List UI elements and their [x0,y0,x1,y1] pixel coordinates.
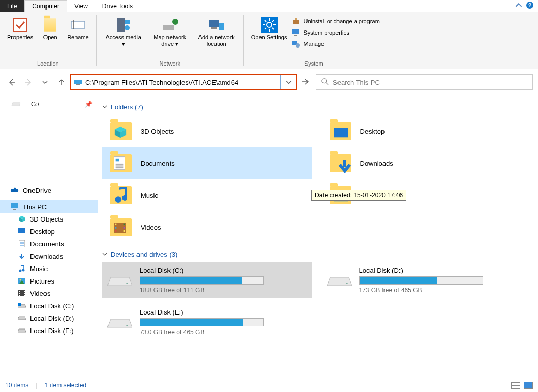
sidebar-thispc[interactable]: This PC [0,200,98,213]
search-input[interactable] [333,79,527,86]
chevron-down-icon: ▾ [122,41,125,47]
access-media-button[interactable]: Access media ▾ [101,14,146,60]
rename-icon [70,17,86,33]
open-button[interactable]: Open [37,14,63,60]
folder-item[interactable]: Documents [102,147,312,179]
tab-file[interactable]: File [0,0,24,12]
sidebar-item[interactable]: Documents [0,238,98,250]
svg-rect-2 [13,18,27,32]
sidebar-item[interactable]: Pictures [0,275,98,287]
uninstall-program-button[interactable]: Uninstall or change a program [291,17,379,26]
tree-label: Downloads [30,253,63,260]
svg-rect-35 [11,203,18,208]
drive-item[interactable]: Local Disk (C:) 18.8 GB free of 111 GB [102,262,312,298]
details-view-button[interactable] [511,382,520,389]
pin-icon: 📌 [85,101,93,108]
svg-rect-58 [18,303,21,306]
quick-access-drive[interactable]: G:\ 📌 [0,97,98,112]
system-properties-button[interactable]: System properties [291,28,379,37]
folder-item[interactable]: Music [102,179,312,211]
status-item-count: 10 items [5,382,28,389]
sidebar-item[interactable]: Desktop [0,225,98,238]
checkmark-icon [12,17,28,33]
nav-back-button[interactable] [7,77,17,87]
manage-button[interactable]: Manage [291,39,379,49]
svg-rect-11 [211,27,217,29]
drive-usage-bar [140,276,264,285]
map-network-drive-button[interactable]: Map network drive ▾ [147,14,193,60]
svg-rect-53 [19,295,20,296]
nav-recent-dropdown[interactable] [40,77,50,87]
cloud-icon [10,186,19,194]
svg-point-71 [122,195,127,201]
folder-item[interactable]: Videos [102,211,312,243]
sidebar-item[interactable]: Videos [0,287,98,300]
svg-rect-66 [116,159,119,162]
sidebar-item[interactable]: 3D Objects [0,213,98,225]
ribbon-collapse-icon[interactable] [515,2,522,10]
tree-label: Local Disk (D:) [30,315,74,322]
open-settings-button[interactable]: Open Settings [248,14,290,60]
tree-icon [18,289,26,297]
ribbon: Properties Open Rename Location Access m… [0,12,538,69]
address-bar[interactable] [70,74,297,90]
folder-label: Music [141,192,158,199]
chevron-down-icon [102,250,107,258]
svg-rect-24 [295,18,297,20]
tree-icon [18,326,26,335]
sidebar-item[interactable]: Downloads [0,250,98,262]
folder-item[interactable]: Downloads [322,147,531,179]
ribbon-group-location: Properties Open Rename Location [0,12,96,69]
tab-view[interactable]: View [67,0,95,12]
drives-section-header[interactable]: Devices and drives (3) [102,250,531,258]
drive-item[interactable]: Local Disk (D:) 173 GB free of 465 GB [322,262,531,298]
svg-rect-32 [76,84,80,85]
chevron-down-icon [102,103,107,111]
folder-label: Desktop [360,128,385,135]
folder-label: Videos [141,224,161,231]
svg-rect-64 [334,128,348,138]
nav-forward-button[interactable] [24,77,33,87]
network-location-icon [208,17,225,33]
svg-rect-6 [125,20,130,24]
tiles-view-button[interactable] [524,382,533,389]
folders-section-header[interactable]: Folders (7) [102,103,531,111]
navigation-pane: G:\ 📌 OneDrive This PC 3D ObjectsDesktop… [0,95,98,378]
tree-label: Videos [30,290,51,297]
drive-item[interactable]: Local Disk (E:) 73.0 GB free of 465 GB [102,304,312,340]
tree-icon [18,302,26,310]
sidebar-item[interactable]: Local Disk (C:) [0,300,98,312]
tree-label: Desktop [30,228,55,236]
tab-computer[interactable]: Computer [24,0,67,12]
nav-up-button[interactable] [57,77,66,87]
address-dropdown-button[interactable] [280,75,297,89]
properties-button[interactable]: Properties [4,14,36,60]
folder-item[interactable]: Desktop [322,115,531,147]
add-network-location-button[interactable]: Add a network location [194,14,239,60]
sidebar-onedrive[interactable]: OneDrive [0,184,98,196]
svg-rect-78 [115,230,116,232]
sidebar-item[interactable]: Local Disk (E:) [0,324,98,337]
tree-icon [18,215,26,223]
address-input[interactable] [85,75,280,89]
hdd-icon [327,270,352,291]
monitor-icon [291,28,300,37]
help-icon[interactable]: ? [526,1,534,11]
svg-rect-81 [124,230,125,232]
tooltip: Date created: 15-01-2020 17:46 [311,190,406,201]
search-box[interactable] [316,74,533,90]
svg-rect-10 [209,20,219,27]
svg-line-34 [326,82,328,84]
status-bar: 10 items | 1 item selected [0,378,538,392]
folder-item[interactable]: 3D Objects [102,115,312,147]
pc-icon [10,202,19,211]
sidebar-item[interactable]: Local Disk (D:) [0,312,98,324]
tree-icon [18,252,26,260]
nav-go-button[interactable] [301,77,312,87]
sidebar-item[interactable]: Music [0,262,98,275]
tab-drive-tools[interactable]: Drive Tools [95,0,140,12]
svg-rect-76 [115,224,116,225]
rename-button[interactable]: Rename [64,14,92,60]
svg-point-88 [346,283,348,284]
folder-icon [328,120,353,142]
